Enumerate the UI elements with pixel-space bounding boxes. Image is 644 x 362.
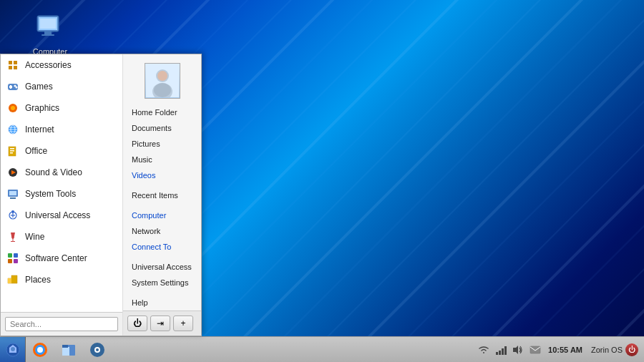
right-item-computer[interactable]: Computer	[123, 207, 201, 223]
taskbar: 10:55 AM Zorin OS ⏻	[0, 336, 644, 362]
right-item-network[interactable]: Network	[123, 223, 201, 239]
right-item-recent-items[interactable]: Recent Items	[123, 187, 201, 203]
menu-item-graphics[interactable]: Graphics	[1, 97, 122, 119]
right-item-help[interactable]: Help	[123, 295, 201, 310]
svg-rect-26	[10, 150, 14, 152]
signal-icon	[494, 343, 508, 357]
taskbar-settings[interactable]	[84, 337, 110, 363]
svg-point-18	[11, 106, 15, 110]
software-center-icon	[6, 252, 19, 265]
power-button[interactable]: ⏻	[625, 343, 638, 356]
right-item-connect-to[interactable]: Connect To	[123, 239, 201, 255]
desktop-icon-computer[interactable]: Computer	[21, 7, 79, 59]
svg-rect-43	[8, 278, 11, 283]
user-avatar	[145, 63, 180, 99]
taskbar-right: 10:55 AM Zorin OS ⏻	[477, 343, 644, 357]
svg-rect-9	[14, 61, 17, 64]
search-input[interactable]	[5, 317, 118, 331]
svg-rect-31	[9, 191, 16, 195]
right-item-home-folder[interactable]: Home Folder	[123, 104, 201, 120]
menu-left-panel: Accessories Games Graphics Internet	[1, 54, 122, 336]
svg-rect-38	[11, 241, 15, 242]
right-item-videos[interactable]: Videos	[123, 167, 201, 183]
menu-action-bar: ⏻ ⇥ +	[123, 310, 201, 336]
right-item-system-settings[interactable]: System Settings	[123, 275, 201, 290]
right-item-universal-access[interactable]: Universal Access	[123, 259, 201, 275]
graphics-icon	[6, 102, 19, 114]
wifi-icon	[477, 343, 491, 357]
menu-item-accessories[interactable]: Accessories	[1, 54, 122, 76]
user-avatar-area	[123, 54, 201, 104]
svg-rect-42	[14, 259, 18, 263]
svg-point-53	[37, 347, 43, 353]
svg-rect-3	[44, 31, 52, 34]
universal-access-icon	[6, 209, 19, 222]
svg-rect-25	[10, 148, 14, 150]
taskbar-firefox[interactable]	[27, 337, 53, 363]
svg-rect-56	[62, 345, 68, 348]
menu-item-wine[interactable]: Wine	[1, 226, 122, 248]
menu-search-bar	[1, 312, 122, 336]
svg-point-59	[96, 348, 99, 351]
places-icon	[6, 273, 19, 286]
svg-point-50	[11, 347, 15, 351]
internet-icon	[6, 123, 19, 136]
menu-right-panel: Home Folder Documents Pictures Music Vid…	[122, 54, 201, 336]
zorin-os-label: Zorin OS	[591, 346, 623, 354]
logout-button[interactable]: ⇥	[150, 315, 170, 331]
svg-rect-41	[8, 259, 12, 263]
svg-rect-40	[14, 253, 18, 258]
right-item-documents[interactable]: Documents	[123, 120, 201, 136]
menu-item-places[interactable]: Places	[1, 269, 122, 290]
start-button[interactable]	[0, 337, 26, 363]
svg-marker-60	[513, 346, 518, 354]
menu-item-office[interactable]: Office	[1, 140, 122, 162]
desktop: Computer home Accessories	[0, 0, 644, 362]
svg-rect-55	[62, 347, 69, 356]
envelope-icon	[528, 343, 542, 357]
right-item-music[interactable]: Music	[123, 152, 201, 167]
svg-rect-61	[530, 346, 540, 353]
start-menu: Accessories Games Graphics Internet	[0, 54, 202, 336]
svg-rect-8	[9, 61, 12, 64]
shutdown-button[interactable]: ⏻	[127, 315, 147, 331]
menu-item-sound-video[interactable]: Sound & Video	[1, 162, 122, 183]
computer-icon	[33, 10, 67, 44]
menu-item-system-tools[interactable]: System Tools	[1, 183, 122, 205]
lock-button[interactable]: +	[173, 315, 193, 331]
svg-rect-37	[13, 239, 14, 241]
right-item-pictures[interactable]: Pictures	[123, 136, 201, 152]
office-icon	[6, 145, 19, 157]
system-tools-icon	[6, 187, 19, 200]
wine-icon	[6, 230, 19, 243]
svg-rect-4	[42, 34, 54, 36]
menu-item-games[interactable]: Games	[1, 76, 122, 97]
svg-point-48	[154, 83, 171, 97]
volume-icon	[511, 343, 525, 357]
svg-rect-27	[10, 152, 13, 154]
menu-item-universal-access[interactable]: Universal Access	[1, 205, 122, 226]
svg-rect-32	[10, 197, 16, 199]
svg-point-16	[16, 87, 18, 89]
sound-video-icon	[6, 166, 19, 179]
menu-item-software-center[interactable]: Software Center	[1, 248, 122, 269]
menu-item-internet[interactable]: Internet	[1, 119, 122, 140]
svg-rect-11	[14, 66, 17, 69]
svg-rect-2	[40, 19, 56, 29]
svg-rect-39	[8, 253, 12, 258]
games-icon	[6, 80, 19, 93]
clock: 10:55 AM	[548, 346, 582, 354]
taskbar-files[interactable]	[56, 337, 82, 363]
svg-rect-14	[9, 86, 12, 88]
accessories-icon	[6, 59, 19, 72]
svg-point-47	[157, 71, 167, 81]
svg-rect-10	[9, 66, 12, 69]
